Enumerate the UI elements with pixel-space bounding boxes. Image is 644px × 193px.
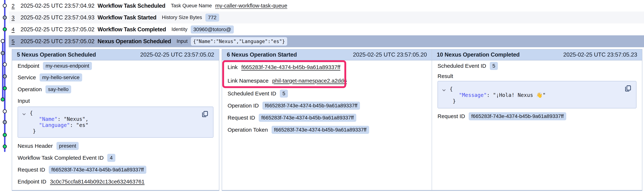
event-timestamp: 2025-02-25 UTC 23:57:05.02: [20, 38, 98, 45]
request-id-badge: f665283f-743e-4374-b45b-9a61a89337ff: [259, 114, 356, 122]
operation-token-label: Operation Token: [228, 127, 268, 133]
copy-icon[interactable]: [201, 110, 209, 118]
operation-id-badge: f665283f-743e-4374-b45b-9a61a89337ff: [262, 102, 360, 110]
event-timestamp: 2025-02-25 UTC 23:57:04.92: [20, 2, 98, 9]
event-row-4[interactable]: 4 2025-02-25 UTC 23:57:05.02 Workflow Ta…: [9, 23, 644, 35]
timeline-node-completed: [3, 133, 7, 137]
request-id-label: Request ID: [18, 167, 45, 173]
request-id-badge: f665283f-743e-4374-b45b-9a61a89337ff: [49, 166, 146, 174]
event-detail-label: Identity: [172, 26, 188, 32]
nexus-header-badge: present: [56, 142, 79, 150]
copy-icon[interactable]: [624, 84, 632, 92]
event-name: Workflow Task Completed: [98, 26, 166, 33]
event-id-link[interactable]: 5: [12, 38, 20, 44]
request-id-badge: f665283f-743e-4374-b45b-9a61a89337ff: [469, 112, 566, 120]
event-row-3[interactable]: 3 2025-02-25 UTC 23:57:04.93 Workflow Ta…: [9, 11, 644, 23]
input-json-badge: {"Name":"Nexus","Language":"es"}: [191, 37, 287, 46]
timeline-branch-line: [2, 41, 4, 101]
timeline-node-completed: [1, 97, 5, 101]
event-id-link[interactable]: 3: [12, 14, 20, 21]
event-name: Workflow Task Started: [98, 14, 156, 21]
timeline-node-completed: [3, 86, 7, 90]
event-name: Workflow Task Scheduled: [98, 2, 166, 9]
request-id-label: Request ID: [438, 113, 465, 119]
event-id-link[interactable]: 2: [12, 3, 20, 9]
event-detail-label: Task Queue Name: [171, 3, 212, 8]
card-nexus-operation-scheduled: 5 Nexus Operation Scheduled 2025-02-25 U…: [12, 49, 219, 191]
timeline-node-scheduled: [3, 4, 7, 8]
card-nexus-operation-completed: 10 Nexus Operation Completed 2025-02-25 …: [432, 49, 642, 190]
card-header: 5 Nexus Operation Scheduled 2025-02-25 U…: [12, 49, 219, 60]
json-content: { "Message": "¡Hola! Nexus 👋" }: [438, 81, 636, 104]
card-group-started-completed: 6 Nexus Operation Started 2025-02-25 UTC…: [222, 49, 642, 191]
result-label: Result: [438, 73, 453, 79]
event-detail-label: History Size Bytes: [162, 15, 202, 20]
scheduled-event-id-badge: 5: [280, 90, 288, 98]
event-detail-label: Input: [176, 38, 188, 44]
card-timestamp: 2025-02-25 UTC 23:57:05.20: [353, 51, 427, 58]
request-id-label: Request ID: [228, 115, 255, 121]
timeline-node-started: [3, 15, 7, 19]
timeline-node-completed: [3, 27, 7, 31]
chevron-down-icon[interactable]: [22, 112, 26, 116]
card-timestamp: 2025-02-25 UTC 23:57:05.02: [140, 51, 214, 58]
input-label: Input: [18, 98, 30, 104]
result-json-viewer: { "Message": "¡Hola! Nexus 👋" }: [438, 81, 636, 108]
timeline-node-scheduled: [3, 109, 7, 113]
card-title: 5 Nexus Operation Scheduled: [17, 51, 96, 58]
endpoint-id-label: Endpoint ID: [18, 179, 46, 185]
card-nexus-operation-started: 6 Nexus Operation Started 2025-02-25 UTC…: [222, 49, 432, 190]
json-content: { "Name": "Nexus", "Language": "es" }: [18, 107, 213, 134]
operation-label: Operation: [18, 86, 42, 92]
chevron-down-icon[interactable]: [442, 88, 446, 92]
nexus-header-label: Nexus Header: [18, 143, 53, 149]
identity-badge: 30960@totoro@: [191, 25, 234, 33]
card-title: 10 Nexus Operation Completed: [437, 51, 520, 58]
link-namespace-label: Link Namespace: [228, 78, 268, 84]
card-timestamp: 2025-02-25 UTC 23:57:05.23: [563, 51, 637, 58]
card-header: 10 Nexus Operation Completed 2025-02-25 …: [432, 49, 642, 60]
wtc-event-id-badge: 4: [107, 154, 115, 162]
operation-id-label: Operation ID: [228, 103, 259, 109]
scheduled-event-id-label: Scheduled Event ID: [228, 90, 276, 97]
event-id-link[interactable]: 4: [12, 26, 20, 33]
operation-token-badge: f665283f-743e-4374-b45b-9a61a89337ff: [272, 126, 369, 134]
endpoint-badge: my-nexus-endpoint: [43, 62, 92, 70]
task-queue-link[interactable]: my-caller-workflow-task-queue: [215, 3, 287, 9]
endpoint-label: Endpoint: [18, 63, 39, 69]
scheduled-event-id-badge: 5: [490, 62, 498, 70]
event-row-5-selected[interactable]: 5 2025-02-25 UTC 23:57:05.02 Nexus Opera…: [9, 35, 644, 47]
wtc-event-id-label: Workflow Task Completed Event ID: [18, 155, 104, 161]
event-name: Nexus Operation Scheduled: [98, 38, 171, 45]
service-badge: my-hello-service: [40, 73, 82, 81]
scheduled-event-id-label: Scheduled Event ID: [438, 63, 486, 69]
timeline-node-scheduled: [3, 62, 7, 66]
timeline-node-started: [1, 51, 5, 55]
endpoint-id-link[interactable]: 3c0c75ccfa8144b092c13ce632463761: [50, 179, 144, 185]
card-title: 6 Nexus Operation Started: [227, 51, 297, 58]
link-value-link[interactable]: f665283f-743e-4374-b45b-9a61a89337ff: [241, 64, 340, 70]
event-row-2[interactable]: 2 2025-02-25 UTC 23:57:04.92 Workflow Ta…: [9, 0, 644, 11]
timeline-node-started: [3, 120, 7, 124]
link-label: Link: [228, 64, 238, 70]
input-json-viewer: { "Name": "Nexus", "Language": "es" }: [18, 107, 214, 138]
card-header: 6 Nexus Operation Started 2025-02-25 UTC…: [222, 49, 432, 60]
history-size-badge: 772: [206, 13, 219, 22]
event-timestamp: 2025-02-25 UTC 23:57:05.02: [20, 26, 98, 33]
timeline-node-started: [3, 74, 7, 78]
operation-badge: say-hello: [46, 85, 71, 93]
service-label: Service: [18, 74, 36, 81]
timeline-node-scheduled: [1, 39, 5, 43]
event-timestamp: 2025-02-25 UTC 23:57:04.93: [20, 14, 98, 21]
timeline-node-completed: [3, 145, 7, 149]
link-namespace-link[interactable]: phil-target-namespace2.a2dd6: [272, 78, 347, 84]
